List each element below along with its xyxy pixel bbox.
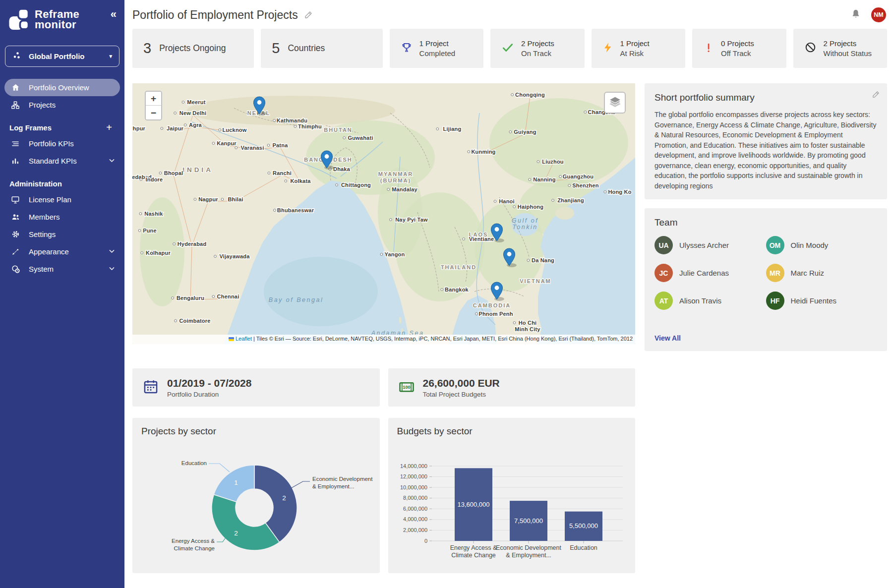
member-name: Olin Moody: [791, 241, 829, 249]
svg-text:4,000,000: 4,000,000: [403, 516, 427, 522]
svg-text:Vientiane: Vientiane: [469, 236, 494, 242]
team-member[interactable]: JC Julie Cardenas: [654, 264, 766, 282]
team-member[interactable]: HF Heidi Fuentes: [766, 292, 878, 310]
svg-text:Nanning: Nanning: [533, 176, 555, 182]
chevron-down-icon: [109, 247, 115, 256]
svg-text:10,000,000: 10,000,000: [400, 484, 427, 490]
svg-text:Nagpur: Nagpur: [198, 196, 218, 202]
stat-card-at-risk: 1 Project At Risk: [592, 29, 685, 68]
member-name: Ulysses Archer: [679, 241, 729, 249]
avatar: HF: [766, 292, 784, 310]
svg-text:Bay of Bengal: Bay of Bengal: [269, 296, 323, 303]
stat-card-on-track: 2 Projects On Track: [490, 29, 584, 68]
sidebar-item-system[interactable]: System: [4, 260, 120, 278]
home-icon: [10, 83, 21, 92]
stat-count: 2 Projects: [824, 39, 872, 49]
reframe-logo-icon: [8, 8, 30, 32]
summary-text: The global portfolio encompasses diverse…: [654, 110, 877, 191]
duration-value: 01/2019 - 07/2028: [167, 377, 251, 389]
svg-text:Agra: Agra: [189, 122, 202, 128]
section-log-frames: Log Frames +: [4, 120, 120, 135]
layers-icon: [608, 95, 622, 111]
user-avatar[interactable]: NM: [871, 7, 886, 22]
stat-card-completed: 1 Project Completed: [390, 29, 483, 68]
duration-label: Portfolio Duration: [167, 391, 251, 398]
stat-count: 2 Projects: [521, 39, 554, 49]
svg-text:INDIA: INDIA: [182, 166, 213, 174]
svg-text:12,000,000: 12,000,000: [400, 473, 427, 479]
sidebar-item-settings[interactable]: Settings: [4, 226, 120, 243]
map-layers-control[interactable]: [604, 92, 626, 114]
edit-summary-pencil-icon[interactable]: [872, 90, 880, 101]
svg-text:Lijiang: Lijiang: [443, 126, 462, 132]
sidebar-item-portfolio-overview[interactable]: Portfolio Overview: [4, 79, 120, 96]
svg-text:6,000,000: 6,000,000: [403, 506, 427, 512]
sidebar-item-appearance[interactable]: Appearance: [4, 243, 120, 260]
bell-icon[interactable]: [850, 8, 861, 21]
edit-title-pencil-icon[interactable]: [304, 10, 313, 19]
sidebar-item-standard-kpis[interactable]: Standard KPIs: [4, 152, 120, 170]
svg-text:Bangkok: Bangkok: [445, 287, 469, 293]
zoom-in-button[interactable]: +: [146, 92, 161, 106]
stat-count: 0 Projects: [721, 39, 754, 49]
pie-chart-title: Projects by sector: [141, 426, 216, 437]
svg-text:Vijayawada: Vijayawada: [219, 253, 250, 259]
svg-text:Bengaluru: Bengaluru: [177, 295, 204, 301]
member-name: Marc Ruiz: [791, 269, 825, 277]
svg-text:Economic Development& Employme: Economic Development& Employment...: [312, 476, 373, 489]
svg-text:Yangon: Yangon: [385, 251, 405, 257]
trophy-icon: [401, 42, 413, 54]
svg-text:Kolkata: Kolkata: [290, 178, 311, 184]
stat-card-countries: 5 Countries: [261, 29, 382, 68]
team-card: Team UA Ulysses Archer OM Olin Moody JC …: [645, 208, 887, 351]
sidebar-item-portfolio-kpis[interactable]: Portfolio KPIs: [4, 135, 120, 152]
zoom-out-button[interactable]: −: [146, 106, 161, 119]
main-content: Portfolio of Employment Projects NM 3 Pr…: [124, 0, 892, 573]
sidebar-collapse-button[interactable]: «: [109, 8, 119, 21]
svg-text:Kunming: Kunming: [471, 149, 495, 155]
avatar: MR: [766, 264, 784, 282]
svg-text:New Delhi: New Delhi: [179, 110, 206, 116]
sidebar: Reframe monitor « Global Portfolio ▾ Por…: [0, 0, 124, 588]
add-logframe-button[interactable]: +: [103, 122, 115, 133]
svg-text:Economic Development& Employme: Economic Development& Employment...: [495, 544, 561, 559]
leaflet-link[interactable]: Leaflet: [236, 336, 252, 342]
sitemap-icon: [10, 101, 21, 110]
svg-text:Kanpur: Kanpur: [217, 140, 237, 146]
system-clock-icon: [10, 264, 21, 274]
svg-text:100: 100: [403, 384, 410, 389]
team-member[interactable]: OM Olin Moody: [766, 236, 878, 254]
sidebar-item-members[interactable]: Members: [4, 208, 120, 226]
map[interactable]: MeerutNew DelhiJaipurAgraLucknowKanpurVa…: [132, 83, 635, 344]
stats-row: 3 Projects Ongoing 5 Countries 1 Project…: [132, 29, 887, 68]
avatar: AT: [654, 292, 673, 310]
stat-label: Completed: [419, 49, 456, 59]
map-attribution: Leaflet | Tiles © Esri — Source: Esri, D…: [132, 335, 635, 344]
svg-text:Education: Education: [570, 544, 597, 551]
total-budgets-card: 100 26,600,000 EUR Total Project Budgets: [388, 368, 636, 407]
view-all-link[interactable]: View All: [654, 334, 877, 342]
page-title: Portfolio of Employment Projects: [132, 8, 298, 22]
stat-card-projects-ongoing: 3 Projects Ongoing: [132, 29, 254, 68]
team-member[interactable]: UA Ulysses Archer: [654, 236, 766, 254]
dots-grid-icon: [12, 51, 21, 61]
team-member[interactable]: MR Marc Ruiz: [766, 264, 878, 282]
sidebar-item-license-plan[interactable]: License Plan: [4, 191, 120, 208]
svg-text:0: 0: [424, 538, 427, 544]
sidebar-item-projects[interactable]: Projects: [4, 96, 120, 114]
portfolio-selector-label: Global Portfolio: [29, 52, 85, 60]
people-icon: [10, 212, 21, 222]
svg-text:Education: Education: [181, 460, 207, 466]
svg-text:2: 2: [234, 529, 238, 537]
svg-text:Kolhapur: Kolhapur: [146, 250, 171, 256]
no-entry-icon: [804, 41, 817, 54]
svg-text:Hanoi: Hanoi: [499, 198, 515, 204]
team-grid: UA Ulysses Archer OM Olin Moody JC Julie…: [654, 236, 877, 310]
svg-text:Varanasi: Varanasi: [241, 145, 264, 151]
svg-text:Nashik: Nashik: [144, 211, 163, 217]
svg-text:Bhubaneswar: Bhubaneswar: [277, 207, 314, 213]
brush-icon: [10, 247, 21, 256]
team-member[interactable]: AT Alison Travis: [654, 292, 766, 310]
portfolio-selector[interactable]: Global Portfolio ▾: [5, 46, 119, 67]
svg-text:Indore: Indore: [146, 176, 163, 182]
